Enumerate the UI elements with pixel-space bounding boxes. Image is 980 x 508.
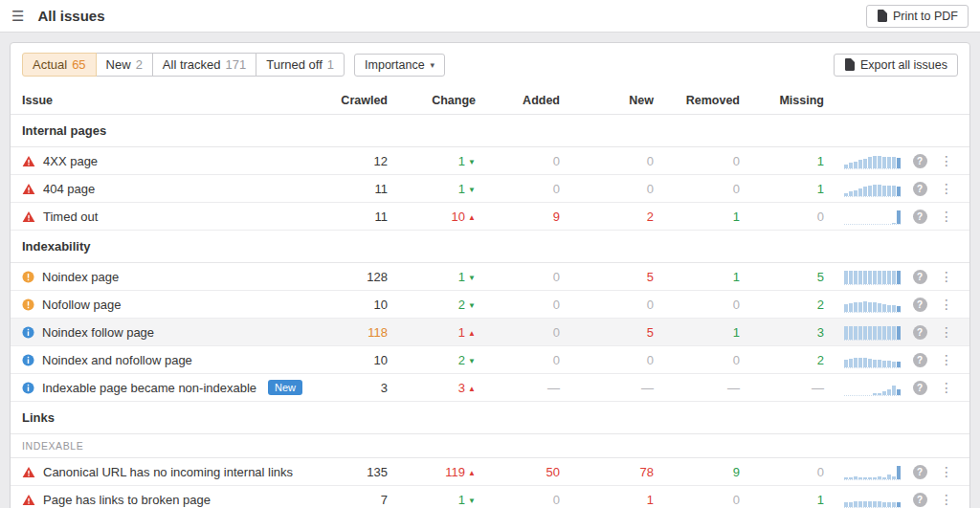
issue-label[interactable]: Noindex follow page xyxy=(42,325,154,340)
menu-cell: ⋮ xyxy=(935,298,958,312)
issue-row[interactable]: 4XX page121▼0001?⋮ xyxy=(11,147,969,175)
print-to-pdf-button[interactable]: Print to PDF xyxy=(866,5,969,28)
issue-label[interactable]: Timed out xyxy=(43,210,98,224)
added-value: 0 xyxy=(476,325,560,340)
issue-row[interactable]: Nofollow page102▼0002?⋮ xyxy=(11,291,969,319)
kebab-menu-icon[interactable]: ⋮ xyxy=(940,492,953,507)
issue-label[interactable]: Canonical URL has no incoming internal l… xyxy=(43,465,293,479)
added-value: 0 xyxy=(476,353,560,367)
new-value: 0 xyxy=(560,182,654,196)
issue-row[interactable]: Timed out1110▲9210?⋮ xyxy=(11,203,969,231)
kebab-menu-icon[interactable]: ⋮ xyxy=(940,153,953,168)
arrow-up-icon: ▲ xyxy=(468,213,476,222)
issue-label[interactable]: 4XX page xyxy=(43,154,98,168)
change-number: 3 xyxy=(458,381,465,395)
added-value: 0 xyxy=(476,154,560,168)
kebab-menu-icon[interactable]: ⋮ xyxy=(940,297,953,312)
added-value: — xyxy=(476,381,560,395)
tab-label: Actual xyxy=(33,57,67,72)
help-icon[interactable]: ? xyxy=(913,298,927,312)
missing-value: 2 xyxy=(740,298,824,312)
missing-value: — xyxy=(740,381,824,395)
issue-row[interactable]: Indexable page became non-indexableNew33… xyxy=(11,374,969,402)
column-header-removed[interactable]: Removed xyxy=(654,94,740,107)
topbar: ☰ All issues Print to PDF xyxy=(0,0,980,33)
issue-label[interactable]: Indexable page became non-indexable xyxy=(42,381,256,395)
issue-row[interactable]: 404 page111▼0001?⋮ xyxy=(11,175,969,203)
change-value: 1▼ xyxy=(388,154,476,168)
new-value: 0 xyxy=(560,353,654,367)
sparkline-cell xyxy=(824,209,904,225)
filter-tab-all-tracked[interactable]: All tracked171 xyxy=(152,53,256,77)
column-header-issue[interactable]: Issue xyxy=(22,94,321,107)
new-value: 0 xyxy=(560,154,654,168)
change-number: 1 xyxy=(458,270,465,284)
help-icon[interactable]: ? xyxy=(913,182,927,196)
filter-tab-new[interactable]: New2 xyxy=(96,53,153,77)
help-icon[interactable]: ? xyxy=(913,381,927,395)
issue-row[interactable]: Noindex page1281▼0515?⋮ xyxy=(11,263,969,291)
importance-dropdown[interactable]: Importance ▾ xyxy=(354,54,445,77)
history-sparkline xyxy=(844,153,901,169)
kebab-menu-icon[interactable]: ⋮ xyxy=(940,352,953,367)
issue-row[interactable]: Canonical URL has no incoming internal l… xyxy=(11,458,969,486)
menu-cell: ⋮ xyxy=(935,465,958,479)
kebab-menu-icon[interactable]: ⋮ xyxy=(940,181,953,196)
menu-cell: ⋮ xyxy=(935,270,958,284)
filter-tab-turned-off[interactable]: Turned off1 xyxy=(256,53,345,77)
issue-label[interactable]: 404 page xyxy=(43,182,95,196)
help-cell: ? xyxy=(904,492,935,507)
issues-card: Actual65New2All tracked171Turned off1 Im… xyxy=(10,42,970,508)
crawled-value: 10 xyxy=(321,353,388,367)
kebab-menu-icon[interactable]: ⋮ xyxy=(940,380,953,395)
filter-tabs: Actual65New2All tracked171Turned off1 xyxy=(22,53,345,77)
filter-tab-actual[interactable]: Actual65 xyxy=(22,53,97,77)
help-icon[interactable]: ? xyxy=(913,493,927,507)
column-header-missing[interactable]: Missing xyxy=(740,94,824,107)
arrow-down-icon: ▼ xyxy=(468,158,476,166)
menu-icon[interactable]: ☰ xyxy=(11,9,24,23)
export-all-issues-button[interactable]: Export all issues xyxy=(834,54,958,77)
notice-icon xyxy=(22,382,34,394)
change-value: 119▲ xyxy=(388,465,476,479)
column-header-change[interactable]: Change xyxy=(388,94,476,107)
added-value: 0 xyxy=(476,298,560,312)
kebab-menu-icon[interactable]: ⋮ xyxy=(940,209,953,224)
new-value: 1 xyxy=(560,493,654,507)
help-icon[interactable]: ? xyxy=(913,465,927,479)
issue-label[interactable]: Noindex and nofollow page xyxy=(42,353,192,367)
issue-row[interactable]: Noindex and nofollow page102▼0002?⋮ xyxy=(11,346,969,374)
page-title: All issues xyxy=(37,8,104,24)
issue-label[interactable]: Page has links to broken page xyxy=(43,493,211,507)
missing-value: 1 xyxy=(740,154,824,168)
arrow-down-icon: ▼ xyxy=(468,186,476,194)
change-value: 2▼ xyxy=(388,353,476,367)
column-header-added[interactable]: Added xyxy=(476,94,560,107)
issue-label[interactable]: Nofollow page xyxy=(42,298,121,312)
chevron-down-icon: ▾ xyxy=(431,60,435,70)
help-icon[interactable]: ? xyxy=(913,270,927,284)
sparkline-cell xyxy=(824,153,904,169)
kebab-menu-icon[interactable]: ⋮ xyxy=(940,464,953,479)
tab-label: All tracked xyxy=(163,57,221,72)
column-header-new[interactable]: New xyxy=(560,94,654,107)
added-value: 0 xyxy=(476,493,560,507)
help-icon[interactable]: ? xyxy=(913,325,927,340)
issue-label[interactable]: Noindex page xyxy=(42,270,119,284)
issue-cell: Timed out xyxy=(22,210,321,224)
change-number: 1 xyxy=(458,182,465,196)
change-value: 10▲ xyxy=(388,210,476,224)
help-icon[interactable]: ? xyxy=(913,353,927,367)
help-icon[interactable]: ? xyxy=(913,154,927,168)
menu-cell: ⋮ xyxy=(935,381,958,395)
help-icon[interactable]: ? xyxy=(913,210,927,224)
kebab-menu-icon[interactable]: ⋮ xyxy=(940,269,953,284)
change-number: 119 xyxy=(445,465,465,479)
issue-row[interactable]: Noindex follow page1181▲0513?⋮ xyxy=(11,319,969,346)
change-number: 2 xyxy=(458,298,465,312)
issue-row[interactable]: Page has links to broken page71▼0101?⋮ xyxy=(11,486,969,508)
crawled-value: 10 xyxy=(321,298,388,312)
column-header-crawled[interactable]: Crawled xyxy=(321,94,388,107)
kebab-menu-icon[interactable]: ⋮ xyxy=(940,324,953,340)
history-sparkline xyxy=(844,492,901,508)
